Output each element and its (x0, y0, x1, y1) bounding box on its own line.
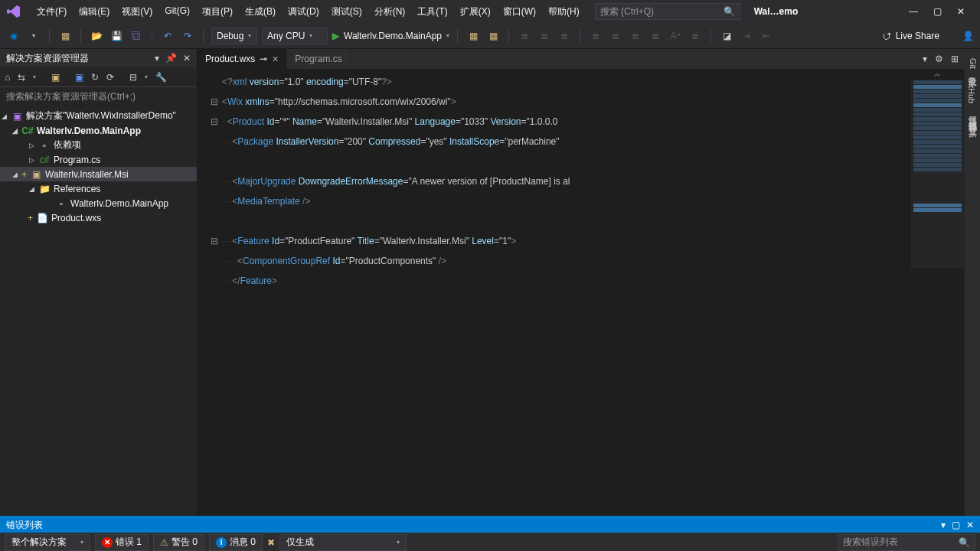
indent-icon[interactable]: ≣ (537, 28, 552, 44)
home-icon[interactable]: ⌂ (5, 72, 10, 83)
menu-item[interactable]: Git(G) (158, 2, 196, 21)
deps-node[interactable]: ▷▫依赖项 (0, 138, 197, 152)
dropdown-icon[interactable]: ▾ (941, 520, 946, 530)
clear-icon[interactable]: ✖ (267, 537, 275, 548)
icon[interactable]: ⇤ (759, 28, 774, 44)
right-tab[interactable]: 源代码管理器 (967, 112, 978, 119)
save-button[interactable]: 💾 (109, 28, 124, 44)
file-node-wxs[interactable]: +📄Product.wxs (0, 210, 197, 225)
sync-icon[interactable]: ↻ (91, 72, 99, 83)
project-node[interactable]: ◢C#Walterlv.Demo.MainApp (0, 123, 197, 138)
menu-item[interactable]: 调试(D) (282, 2, 325, 21)
minimap[interactable]: ︽ (910, 69, 965, 268)
yellow-icon[interactable]: ▣ (51, 72, 60, 83)
maximize-button[interactable]: ▢ (933, 6, 942, 17)
pin-icon[interactable]: ▢ (952, 520, 960, 530)
tab-program-cs[interactable]: Program.cs (287, 49, 350, 69)
ref-item[interactable]: ▫Walterlv.Demo.MainApp (0, 196, 197, 210)
menu-item[interactable]: 视图(V) (116, 2, 158, 21)
error-search[interactable]: 搜索错误列表🔍 (838, 534, 975, 551)
liveshare-button[interactable]: Live Share (896, 31, 939, 41)
solution-explorer: 解决方案资源管理器 ▾ 📌 ✕ ⌂ ⇆ ▾ ▣ ▣ ↻ ⟳ ⊟ ▾ 🔧 搜索解决… (0, 49, 198, 516)
menu-item[interactable]: 测试(S) (325, 2, 368, 21)
arrow-icon[interactable]: ⇆ (18, 72, 25, 83)
pin-icon[interactable]: 📌 (165, 53, 177, 64)
new-button[interactable]: ▦ (57, 28, 73, 44)
indent-icon[interactable]: ≣ (517, 28, 532, 44)
refresh-icon[interactable]: ⟳ (106, 72, 114, 83)
menu-item[interactable]: 生成(B) (239, 2, 282, 21)
properties-icon[interactable]: 🔧 (155, 72, 167, 83)
collapse-icon[interactable]: ⊟ (129, 72, 137, 83)
redo-button[interactable]: ↷ (180, 28, 195, 44)
dropdown-icon[interactable]: ▾ (155, 53, 159, 64)
indent-icon[interactable]: ≣ (688, 28, 703, 44)
indent-icon[interactable]: ≣ (557, 28, 572, 44)
close-button[interactable]: ✕ (957, 6, 965, 17)
tool-icon-2[interactable]: ▦ (485, 28, 501, 44)
menu-item[interactable]: 分析(N) (368, 2, 412, 21)
search-icon: 🔍 (724, 6, 735, 17)
gear-icon[interactable]: ⚙ (935, 54, 943, 64)
liveshare-icon[interactable]: ⮍ (882, 31, 891, 41)
start-target[interactable]: Walterlv.Demo.MainApp (344, 31, 442, 41)
menubar: 文件(F)编辑(E)视图(V)Git(G)项目(P)生成(B)调试(D)测试(S… (0, 0, 980, 23)
file-node[interactable]: ▷c#Program.cs (0, 152, 197, 167)
config-combo[interactable]: Debug▾ (211, 28, 257, 44)
icon[interactable]: ⇥ (739, 28, 754, 44)
tabs-overflow-icon[interactable]: ▾ (923, 54, 927, 64)
indent-icon[interactable]: ≣ (648, 28, 663, 44)
error-filter[interactable]: ✕错误 1 (95, 534, 149, 551)
split-icon[interactable]: ⊞ (951, 54, 959, 64)
menu-item[interactable]: 工具(T) (411, 2, 453, 21)
error-toolbar: 整个解决方案▾ ✕错误 1 ⚠警告 0 i消息 0 ✖ 仅生成▾ 搜索错误列表🔍 (0, 533, 980, 551)
minimize-button[interactable]: — (909, 6, 918, 17)
menu-item[interactable]: 窗口(W) (497, 2, 542, 21)
account-icon[interactable]: 👤 (962, 31, 974, 41)
platform-combo[interactable]: Any CPU▾ (262, 28, 328, 44)
main-area: 解决方案资源管理器 ▾ 📌 ✕ ⌂ ⇆ ▾ ▣ ▣ ↻ ⟳ ⊟ ▾ 🔧 搜索解决… (0, 49, 980, 516)
tool-icon[interactable]: ▦ (466, 28, 481, 44)
close-icon[interactable]: ✕ (272, 54, 279, 64)
nav-forward-button[interactable]: ▾ (26, 28, 41, 44)
close-panel-icon[interactable]: ✕ (183, 53, 191, 64)
indent-icon[interactable]: ≣ (588, 28, 603, 44)
message-filter[interactable]: i消息 0 (209, 534, 263, 551)
blue-icon[interactable]: ▣ (75, 72, 83, 83)
window-controls: — ▢ ✕ (909, 6, 975, 17)
right-tab[interactable]: GitHub (967, 74, 976, 106)
start-button[interactable]: ▶ (332, 31, 339, 41)
project-node-selected[interactable]: ◢+▣Walterlv.Installer.Msi (0, 167, 197, 181)
open-button[interactable]: 📂 (89, 28, 104, 44)
menu-item[interactable]: 帮助(H) (542, 2, 586, 21)
menu-item[interactable]: 项目(P) (196, 2, 239, 21)
explorer-search[interactable]: 搜索解决方案资源管理器(Ctrl+;) (0, 87, 197, 106)
build-filter-combo[interactable]: 仅生成▾ (279, 534, 407, 551)
indent-icon[interactable]: ≣ (628, 28, 643, 44)
undo-button[interactable]: ↶ (160, 28, 175, 44)
indent-icon[interactable]: ≣ (608, 28, 623, 44)
nav-back-button[interactable]: ◉ (6, 28, 21, 44)
indent-icon[interactable]: Aᵃ (668, 28, 683, 44)
search-placeholder: 搜索 (Ctrl+Q) (600, 5, 724, 18)
search-icon: 🔍 (959, 537, 970, 548)
right-tab[interactable]: Git 更改 (967, 55, 978, 74)
warning-filter[interactable]: ⚠警告 0 (153, 534, 204, 551)
refs-node[interactable]: ◢📁References (0, 181, 197, 196)
solution-node[interactable]: ◢▣解决方案"Walterlv.WixInstallerDemo" (0, 109, 197, 123)
menu-item[interactable]: 扩展(X) (454, 2, 497, 21)
close-panel-icon[interactable]: ✕ (966, 520, 974, 530)
menu-item[interactable]: 文件(F) (31, 2, 73, 21)
bookmark-icon[interactable]: ◪ (719, 28, 734, 44)
menu-item[interactable]: 编辑(E) (73, 2, 116, 21)
editor-tabs: Product.wxs⊸✕ Program.cs ▾⚙⊞ (198, 49, 965, 69)
code-area[interactable]: <?xml version="1.0" encoding="UTF-8"?>⊟<… (198, 69, 965, 516)
right-tab[interactable]: 属性 (967, 106, 978, 112)
save-all-button[interactable]: ⿻ (129, 28, 144, 44)
right-tab[interactable]: 共享 (967, 119, 978, 125)
scope-combo[interactable]: 整个解决方案▾ (5, 534, 90, 551)
main-toolbar: ◉ ▾ ▦ 📂 💾 ⿻ ↶ ↷ Debug▾ Any CPU▾ ▶ Walter… (0, 23, 980, 49)
pin-icon[interactable]: ⊸ (260, 54, 267, 64)
tab-product-wxs[interactable]: Product.wxs⊸✕ (198, 49, 287, 69)
global-search[interactable]: 搜索 (Ctrl+Q) 🔍 (595, 3, 740, 20)
